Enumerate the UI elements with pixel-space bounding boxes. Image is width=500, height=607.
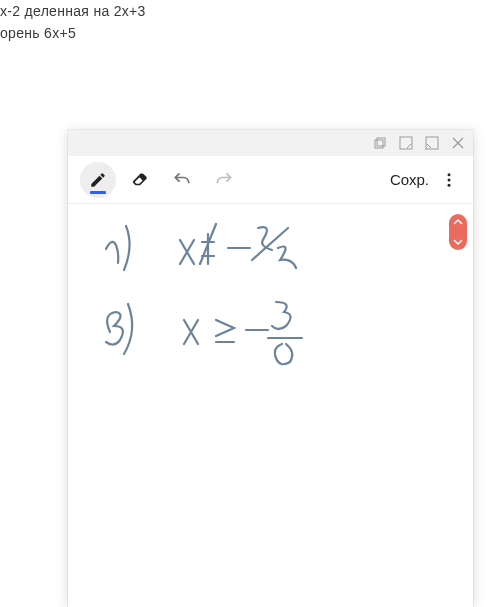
svg-rect-1: [377, 138, 385, 146]
chevron-down-icon: [453, 238, 463, 246]
eraser-tool[interactable]: [122, 162, 158, 198]
pen-icon: [89, 171, 107, 189]
svg-point-5: [448, 178, 451, 181]
ink-paren-a: [124, 226, 130, 270]
ink-x-a: [180, 240, 194, 264]
redo-icon: [214, 170, 234, 190]
svg-rect-2: [400, 137, 412, 149]
ink-3: [258, 227, 272, 250]
undo-icon: [172, 170, 192, 190]
ink-5: [272, 302, 291, 329]
ink-x-b: [184, 320, 198, 344]
ink-letter-b: [106, 312, 123, 345]
minimize-corner-icon: [399, 136, 413, 150]
more-vert-icon: [440, 171, 458, 189]
close-icon: [451, 136, 465, 150]
pen-tool[interactable]: [80, 162, 116, 198]
window-close-button[interactable]: [451, 136, 465, 150]
handwritten-ink: [68, 204, 473, 604]
ink-neq: [200, 224, 216, 264]
svg-point-4: [448, 173, 451, 176]
background-cropped-text: x-2 деленная на 2x+3 орень 6x+5: [0, 0, 146, 45]
bg-line-2: орень 6x+5: [0, 22, 146, 44]
undo-button[interactable]: [164, 162, 200, 198]
window-titlebar: [68, 130, 473, 156]
save-button[interactable]: Сохр.: [390, 171, 429, 188]
ink-2: [278, 247, 296, 269]
svg-rect-3: [426, 137, 438, 149]
bg-line-1: x-2 деленная на 2x+3: [0, 0, 146, 22]
maximize-icon: [425, 136, 439, 150]
pen-color-indicator: [90, 191, 106, 194]
ink-letter-a: [106, 242, 118, 263]
restore-icon: [373, 136, 387, 150]
svg-rect-0: [375, 140, 383, 148]
scroll-handle[interactable]: [449, 214, 467, 250]
drawing-canvas[interactable]: [68, 204, 473, 607]
more-menu-button[interactable]: [437, 171, 461, 189]
svg-point-6: [448, 183, 451, 186]
ink-6: [275, 344, 292, 364]
ink-geq: [216, 320, 234, 342]
toolbar: Сохр.: [68, 156, 473, 204]
note-window: Сохр.: [68, 130, 473, 607]
ink-paren-b: [124, 304, 132, 354]
window-maximize-button[interactable]: [425, 136, 439, 150]
redo-button[interactable]: [206, 162, 242, 198]
eraser-icon: [131, 171, 149, 189]
window-restore-button[interactable]: [373, 136, 387, 150]
chevron-up-icon: [453, 218, 463, 226]
window-minimize-button[interactable]: [399, 136, 413, 150]
